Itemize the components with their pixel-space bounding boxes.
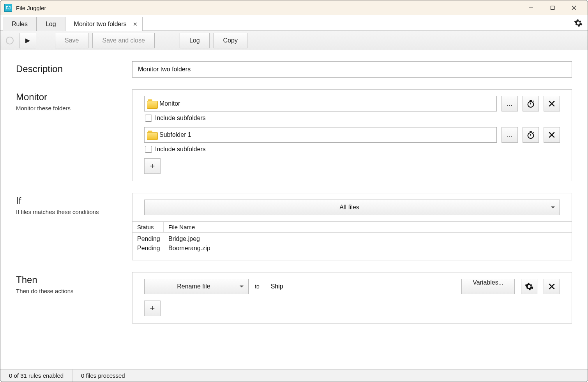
folder-icon bbox=[147, 99, 158, 108]
titlebar: FJ File Juggler bbox=[0, 0, 588, 15]
folder-path-text: Monitor bbox=[159, 100, 180, 107]
action-value-input[interactable] bbox=[266, 279, 455, 294]
save-and-close-button[interactable]: Save and close bbox=[92, 33, 154, 48]
minimize-button[interactable] bbox=[520, 0, 542, 15]
app-icon: FJ bbox=[4, 4, 12, 12]
tab-rules[interactable]: Rules bbox=[3, 17, 37, 31]
tab-bar: Rules Log Monitor two folders ✕ bbox=[0, 15, 588, 31]
svg-line-13 bbox=[533, 132, 534, 133]
run-button[interactable]: ▶ bbox=[19, 33, 36, 48]
app-title: File Juggler bbox=[16, 5, 46, 11]
status-bar: 0 of 31 rules enabled 0 files processed bbox=[0, 369, 588, 382]
log-button[interactable]: Log bbox=[180, 33, 210, 48]
svg-line-7 bbox=[533, 101, 534, 102]
svg-rect-6 bbox=[530, 100, 532, 101]
monitor-sublabel: Monitor these folders bbox=[16, 105, 132, 111]
content-area: Description Monitor Monitor these folder… bbox=[0, 50, 588, 369]
toolbar: ▶ Save Save and close Log Copy bbox=[0, 31, 588, 50]
if-panel: All files bbox=[132, 193, 572, 222]
action-settings-button[interactable] bbox=[521, 279, 537, 294]
browse-button[interactable]: ... bbox=[501, 96, 518, 111]
monitor-label: Monitor bbox=[16, 92, 132, 103]
status-processed: 0 files processed bbox=[72, 370, 134, 382]
browse-button[interactable]: ... bbox=[501, 127, 518, 143]
column-header-status[interactable]: Status bbox=[132, 222, 164, 232]
description-label: Description bbox=[16, 64, 132, 74]
tab-monitor-two-folders[interactable]: Monitor two folders ✕ bbox=[65, 17, 143, 31]
close-tab-icon[interactable]: ✕ bbox=[133, 21, 138, 27]
description-input[interactable] bbox=[132, 61, 572, 78]
add-action-button[interactable]: + bbox=[144, 301, 161, 316]
maximize-button[interactable] bbox=[542, 0, 563, 15]
settings-button[interactable] bbox=[569, 15, 588, 30]
schedule-button[interactable] bbox=[523, 127, 539, 143]
action-select[interactable]: Rename file bbox=[144, 279, 249, 294]
status-rules: 0 of 31 rules enabled bbox=[0, 370, 72, 382]
close-window-button[interactable] bbox=[563, 0, 584, 15]
to-label: to bbox=[255, 283, 260, 290]
if-sublabel: If files matches these conditions bbox=[16, 209, 132, 215]
save-button[interactable]: Save bbox=[55, 33, 88, 48]
monitor-panel: Monitor ... Include subfolders bbox=[132, 89, 572, 181]
folder-path-input[interactable]: Monitor bbox=[144, 96, 497, 111]
svg-rect-1 bbox=[551, 6, 554, 10]
include-subfolders-checkbox[interactable]: Include subfolders bbox=[145, 115, 560, 122]
add-folder-button[interactable]: + bbox=[144, 158, 161, 174]
then-sublabel: Then do these actions bbox=[16, 288, 132, 294]
remove-folder-button[interactable] bbox=[544, 96, 560, 111]
schedule-button[interactable] bbox=[523, 96, 539, 111]
table-row[interactable]: Pending Boomerang.zip bbox=[132, 244, 572, 253]
then-label: Then bbox=[16, 274, 132, 285]
remove-action-button[interactable] bbox=[544, 279, 560, 294]
file-table: Status File Name Pending Bridge.jpeg Pen… bbox=[132, 221, 572, 260]
tab-log[interactable]: Log bbox=[37, 17, 65, 31]
copy-button[interactable]: Copy bbox=[214, 33, 247, 48]
svg-rect-12 bbox=[530, 131, 532, 133]
folder-path-input[interactable]: Subfolder 1 bbox=[144, 127, 497, 143]
column-header-filename[interactable]: File Name bbox=[164, 222, 218, 232]
folder-path-text: Subfolder 1 bbox=[159, 131, 191, 138]
remove-folder-button[interactable] bbox=[544, 127, 560, 143]
status-indicator-icon bbox=[6, 37, 14, 44]
folder-icon bbox=[147, 131, 158, 139]
condition-select[interactable]: All files bbox=[144, 200, 560, 215]
if-label: If bbox=[16, 195, 132, 206]
variables-button[interactable]: Variables... bbox=[461, 279, 515, 294]
table-row[interactable]: Pending Bridge.jpeg bbox=[132, 234, 572, 244]
then-panel: Rename file to Variables... + bbox=[132, 272, 572, 324]
include-subfolders-checkbox[interactable]: Include subfolders bbox=[145, 146, 560, 153]
